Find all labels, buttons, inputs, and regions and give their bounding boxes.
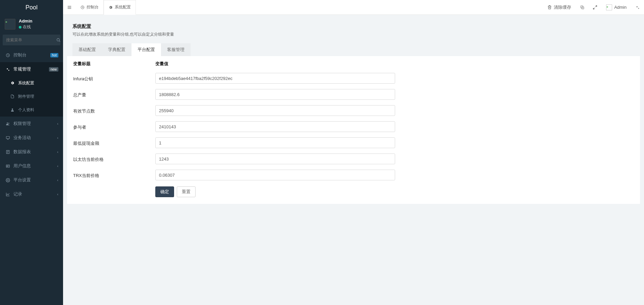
form-row: 有效节点数 [73,102,634,119]
participants-input[interactable] [155,121,395,132]
svg-rect-7 [6,136,9,139]
report-icon [5,150,11,154]
nav-item-profile[interactable]: 个人资料 [0,103,63,117]
page-subtitle: 可以在此增改系统的变量和分组,也可以自定义分组和变量 [72,32,635,37]
field-label: Infura公钥 [73,75,155,82]
settings-icon [5,178,11,182]
online-dot-icon [19,26,21,29]
total-output-input[interactable] [155,89,395,100]
user-icon [9,108,15,112]
nav-item-permissions[interactable]: 权限管理 ‹ [0,117,63,131]
copy-icon [580,5,585,10]
nav-item-business[interactable]: 业务活动 ‹ [0,131,63,145]
avatar-icon [606,4,612,10]
svg-line-25 [593,8,595,9]
nav-item-attachments[interactable]: 附件管理 [0,90,63,103]
chevron-left-icon: ‹ [57,136,58,140]
settings-button[interactable] [631,0,644,14]
sidebar: Pool Admin 在线 控制台 hot 常 [0,0,63,305]
cfg-tab-platform[interactable]: 平台配置 [131,43,161,56]
id-card-icon [5,164,11,168]
nav-item-system-config[interactable]: 系统配置 [0,76,63,90]
gear-icon [9,81,15,85]
file-icon [9,94,15,98]
svg-point-4 [12,108,13,110]
clear-cache-button[interactable]: 清除缓存 [543,0,576,14]
expand-icon [593,5,597,10]
svg-point-3 [8,70,9,71]
svg-line-24 [595,5,597,7]
hamburger-icon [67,5,72,10]
dashboard-icon [5,53,11,57]
form-row: 最低提现金额 [73,135,634,151]
config-tabs: 基础配置 字典配置 平台配置 客服管理 [72,43,640,56]
user-menu[interactable]: Admin [601,0,631,14]
col-header-value: 变量值 [155,61,634,67]
svg-point-27 [638,8,639,9]
group-icon [5,122,11,126]
topbar: 控制台 系统配置 清除缓存 Admin [63,0,644,15]
field-label: 参与者 [73,123,155,130]
search-icon[interactable] [56,38,61,42]
copy-button[interactable] [576,0,589,14]
form-row: 以太坊当前价格 [73,151,634,167]
infura-key-input[interactable] [155,73,395,84]
nav-item-platform[interactable]: 平台设置 ‹ [0,173,63,187]
badge-hot: hot [50,53,58,57]
dashboard-icon [80,5,85,9]
field-label: TRX当前价格 [73,171,155,179]
svg-point-18 [7,179,8,180]
form-row: 参与者 [73,119,634,135]
chart-icon [5,192,11,197]
form-row: 总产量 [73,86,634,102]
nav-item-general[interactable]: 常规管理 new [0,62,63,76]
user-name: Admin [19,18,32,24]
col-header-label: 变量标题 [73,61,155,67]
cogs-icon [5,67,11,72]
nav-item-users[interactable]: 用户信息 ‹ [0,159,63,173]
gear-icon [109,5,113,9]
tab-dashboard[interactable]: 控制台 [76,0,104,14]
trash-icon [547,5,552,9]
chevron-left-icon: ‹ [57,164,58,168]
cfg-tab-dict[interactable]: 字典配置 [102,43,131,56]
reset-button[interactable]: 重置 [177,186,196,197]
svg-point-0 [57,38,60,41]
nav-item-dashboard[interactable]: 控制台 hot [0,48,63,62]
nav-item-logs[interactable]: 记录 ‹ [0,187,63,201]
nav-item-reports[interactable]: 数据报表 ‹ [0,145,63,159]
badge-new: new [49,67,58,72]
form-row: Infura公钥 [73,70,634,86]
svg-point-5 [7,122,8,123]
submit-button[interactable]: 确定 [155,186,174,197]
fullscreen-button[interactable] [589,0,601,14]
svg-rect-14 [6,165,9,167]
cfg-tab-service[interactable]: 客服管理 [161,43,191,56]
search-box[interactable] [3,35,60,45]
chevron-left-icon: ‹ [57,178,58,182]
avatar [5,19,15,30]
page-title: 系统配置 [72,24,635,30]
field-label: 有效节点数 [73,107,155,114]
tab-system-config[interactable]: 系统配置 [104,0,136,15]
nav: 控制台 hot 常规管理 new 系统配置 附件管理 个人资料 [0,48,63,201]
min-withdraw-input[interactable] [155,137,395,148]
field-label: 以太坊当前价格 [73,155,155,163]
svg-point-2 [7,68,8,69]
field-label: 总产量 [73,91,155,98]
user-block: Admin 在线 [0,15,63,35]
svg-point-26 [637,6,638,7]
brand-title: Pool [0,0,63,15]
valid-nodes-input[interactable] [155,105,395,116]
eth-price-input[interactable] [155,154,395,164]
form-row: TRX当前价格 [73,167,634,183]
menu-toggle[interactable] [63,0,76,14]
chevron-left-icon: ‹ [57,150,58,154]
search-input[interactable] [6,38,56,42]
presentation-icon [5,136,11,140]
trx-price-input[interactable] [155,170,395,180]
cfg-tab-basic[interactable]: 基础配置 [72,43,102,56]
chevron-left-icon: ‹ [57,192,58,196]
svg-line-1 [59,41,60,42]
chevron-left-icon: ‹ [57,122,58,126]
